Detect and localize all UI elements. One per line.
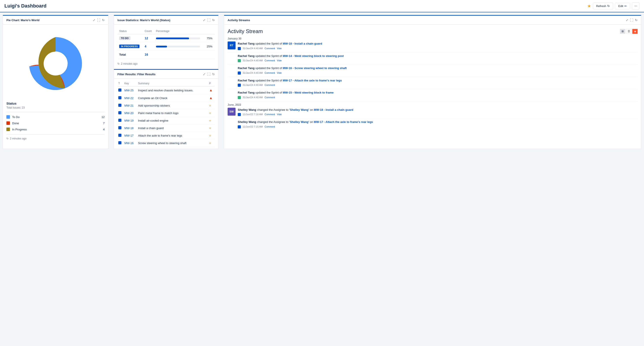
- activity-item: Rachel Tang updated the Sprint of MW-15 …: [228, 90, 638, 99]
- pie-center: [44, 52, 68, 75]
- view-list-icon[interactable]: ☰: [626, 29, 632, 34]
- edit-icon: ✏: [624, 5, 627, 8]
- comment-link[interactable]: Comment: [264, 47, 275, 50]
- view-grid-icon[interactable]: ⊞: [620, 29, 625, 34]
- activity-meta: 31/Jan/24 4:40 AM Comment: [238, 96, 638, 99]
- refresh-panel-icon[interactable]: ↻: [102, 18, 105, 22]
- refresh-time-label: 2 minutes ago: [10, 137, 26, 140]
- comment-link[interactable]: Comment: [264, 125, 275, 128]
- legend-divider-bottom: [6, 134, 105, 134]
- activity-meta: 31/Jan/24 4:40 AM Comment Vote: [238, 71, 638, 75]
- expand-icon[interactable]: ⛶: [97, 18, 100, 22]
- filter-panel-body: T Key Summary P MW-25 Inspect and resolv…: [114, 79, 218, 149]
- stats-col-count: Count: [143, 28, 154, 34]
- comment-link[interactable]: Comment: [264, 96, 275, 99]
- filter-col-priority: P: [208, 81, 215, 87]
- filter-key[interactable]: MW-16: [124, 141, 134, 145]
- filter-key[interactable]: MW-19: [124, 119, 134, 122]
- task-icon: [238, 113, 241, 116]
- rss-icon[interactable]: ◈: [632, 29, 638, 34]
- priority-icon-med: ≡: [209, 126, 211, 130]
- filter-summary: Complete an Oil Check: [137, 94, 208, 102]
- vote-link[interactable]: Vote: [277, 47, 282, 50]
- activity-panel: Activity Streams ⤢ ⛶ ↻ Activity Stream ⊞…: [224, 15, 641, 149]
- filter-summary: Attach the axle to frame's rear legs: [137, 132, 208, 139]
- filter-row: MW-21 Add sponsorship stickers ≡: [118, 102, 215, 109]
- stats-expand-icon[interactable]: ⛶: [207, 18, 210, 22]
- filter-panel-header: Filter Results: Filter Results ⤢ ⛶ ↻: [114, 70, 218, 79]
- legend-count-done: 7: [103, 122, 105, 125]
- filter-row: MW-17 Attach the axle to frame's rear le…: [118, 132, 215, 139]
- stats-row-inprogress: IN PROGRESS 4 25%: [118, 42, 215, 51]
- activity-item: Rachel Tang updated the Sprint of MW-14 …: [228, 54, 638, 62]
- activity-text: Shelley Wang changed the Assignee to 'Sh…: [238, 108, 638, 112]
- filter-row: MW-18 Install a chain guard ≡: [118, 124, 215, 132]
- legend-count-todo: 12: [102, 115, 105, 119]
- more-button[interactable]: ···: [632, 3, 640, 10]
- vote-link[interactable]: Vote: [277, 113, 282, 116]
- task-type-icon: [118, 88, 122, 92]
- story-icon: [238, 96, 241, 99]
- comment-link[interactable]: Comment: [264, 72, 275, 74]
- stats-col-status: Status: [118, 28, 143, 34]
- stats-bar-todo: [154, 34, 205, 42]
- refresh-label: Refresh: [596, 5, 606, 8]
- stats-refresh-icon[interactable]: ↻: [212, 18, 215, 22]
- activity-text: Rachel Tang updated the Sprint of MW-17 …: [238, 78, 638, 83]
- filter-key[interactable]: MW-25: [124, 89, 134, 92]
- collapse-icon[interactable]: ⤢: [93, 18, 96, 22]
- vote-link[interactable]: Vote: [277, 59, 282, 62]
- legend-item-todo: To Do 12: [6, 114, 105, 120]
- filter-key[interactable]: MW-20: [124, 111, 134, 115]
- activity-meta: 31/Jan/24 4:40 AM Comment Vote: [238, 47, 638, 50]
- comment-link[interactable]: Comment: [264, 59, 275, 62]
- filter-key[interactable]: MW-18: [124, 126, 134, 130]
- legend-color-inprogress: [6, 127, 10, 131]
- vote-link[interactable]: Vote: [277, 72, 282, 74]
- comment-link[interactable]: Comment: [264, 84, 275, 86]
- filter-key[interactable]: MW-17: [124, 134, 134, 137]
- refresh-time-icon: ↻: [6, 137, 8, 140]
- stats-panel-header: Issue Statistics: Mario's World (Status)…: [114, 16, 218, 25]
- comment-link[interactable]: Comment: [264, 113, 275, 116]
- activity-collapse-icon[interactable]: ⤢: [626, 18, 628, 22]
- activity-panel-header: Activity Streams ⤢ ⛶ ↻: [224, 16, 641, 25]
- pie-legend: Status Total Issues: 23 To Do 12 Done 7 …: [6, 101, 105, 134]
- task-type-icon: [118, 141, 122, 144]
- filter-table: T Key Summary P MW-25 Inspect and resolv…: [118, 81, 215, 147]
- filter-panel-icons: ⤢ ⛶ ↻: [203, 72, 215, 76]
- refresh-button[interactable]: Refresh ↻: [593, 3, 614, 9]
- activity-item: SW Shelley Wang changed the Assignee to …: [228, 108, 638, 116]
- story-icon: [238, 59, 241, 62]
- activity-content: Shelley Wang changed the Assignee to 'Sh…: [238, 120, 638, 128]
- date-group-june: June, 2022: [228, 103, 638, 106]
- activity-expand-icon[interactable]: ⛶: [630, 18, 633, 22]
- legend-count-inprogress: 4: [103, 128, 105, 131]
- filter-col-key: Key: [124, 81, 137, 87]
- priority-icon-high: ▲: [209, 96, 212, 100]
- filter-collapse-icon[interactable]: ⤢: [203, 72, 206, 76]
- activity-item: Rachel Tang updated the Sprint of MW-17 …: [228, 78, 638, 87]
- favorite-icon[interactable]: ★: [587, 3, 591, 9]
- date-group-jan: January 30: [228, 37, 638, 40]
- priority-icon-med: ≡: [209, 141, 211, 145]
- activity-refresh-icon[interactable]: ↻: [635, 18, 638, 22]
- stats-row-todo: TO DO 12 75%: [118, 34, 215, 42]
- filter-key[interactable]: MW-21: [124, 104, 134, 107]
- stats-total-pct-empty: [205, 51, 215, 59]
- stats-panel-body: Status Count Percentage TO DO 12: [114, 25, 218, 69]
- activity-stream-title: Activity Stream: [228, 28, 263, 34]
- avatar: RT: [228, 42, 236, 49]
- stats-col-pct: Percentage: [154, 28, 205, 34]
- legend-color-done: [6, 121, 10, 125]
- activity-panel-body: Activity Stream ⊞ ☰ ◈ January 30 RT Rach…: [224, 25, 641, 149]
- stats-bar-inprogress: [154, 42, 205, 51]
- filter-key[interactable]: MW-22: [124, 96, 134, 100]
- stats-refresh-icon-time: ↻: [118, 62, 120, 65]
- stats-collapse-icon[interactable]: ⤢: [203, 18, 206, 22]
- filter-refresh-icon[interactable]: ↻: [212, 72, 215, 76]
- pie-chart-panel-header: Pie Chart: Mario's World ⤢ ⛶ ↻: [3, 16, 108, 25]
- filter-expand-icon[interactable]: ⛶: [207, 72, 210, 76]
- edit-button[interactable]: Edit ✏: [615, 3, 630, 9]
- filter-col-type: T: [118, 81, 124, 87]
